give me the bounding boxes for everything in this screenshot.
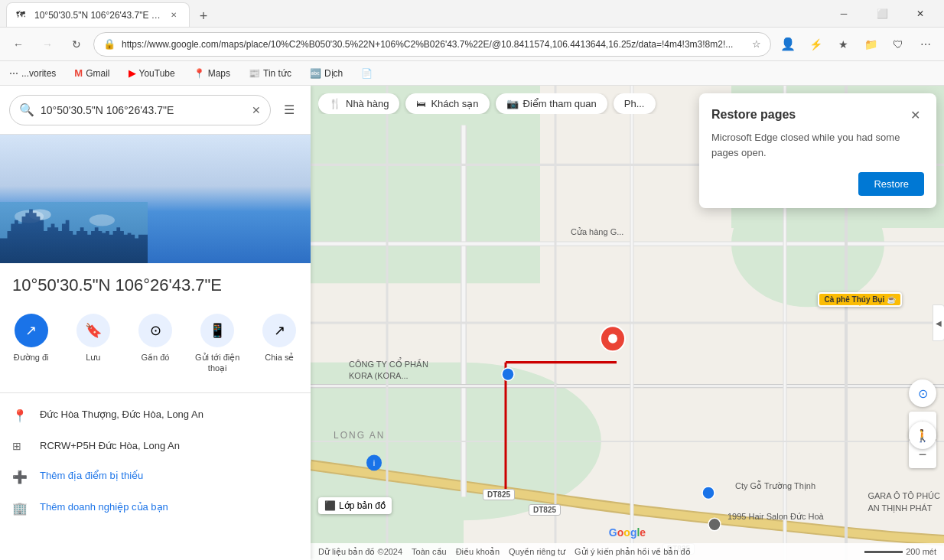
restore-button[interactable]: Restore	[858, 172, 924, 196]
save-label: Lưu	[86, 352, 100, 363]
add-business-text: Thêm doanh nghiệp của bạn	[40, 500, 168, 515]
collections-icon[interactable]: 📁	[858, 32, 883, 57]
filter-hotel-label: Khách sạn	[431, 98, 478, 109]
privacy-link[interactable]: Điều khoản	[456, 547, 500, 557]
add-missing-place-row[interactable]: ➕ Thêm địa điểm bị thiếu	[0, 461, 311, 492]
restore-close-button[interactable]: ✕	[906, 106, 924, 124]
new-tab-button[interactable]: +	[193, 5, 214, 27]
layer-icon: ⬛	[324, 500, 336, 511]
back-button[interactable]: ←	[6, 32, 31, 57]
title-bar: 🗺 10°50'30.5"N 106°26'43.7"E - Go... ✕ +…	[0, 0, 944, 28]
svg-point-33	[502, 368, 514, 381]
minimize-button[interactable]: ─	[826, 2, 861, 26]
reload-button[interactable]: ↻	[64, 32, 89, 57]
gmail-icon: M	[74, 67, 83, 79]
maximize-button[interactable]: ⬜	[864, 2, 900, 26]
profile-icon[interactable]: 👤	[776, 32, 800, 57]
left-panel: 🔍 ✕ ☰	[0, 86, 311, 560]
tab-area: 🗺 10°50'30.5"N 106°26'43.7"E - Go... ✕ +	[6, 0, 817, 27]
favorites-overflow[interactable]: ⋯ ...vorites	[6, 67, 59, 80]
location-pin-icon: 📍	[12, 409, 28, 423]
nearby-button[interactable]: ⊙ Gần đó	[124, 308, 186, 380]
scale-bar: 200 mét	[864, 547, 936, 556]
favorites-icon[interactable]: ★	[831, 32, 855, 57]
location-title: 10°50'30.5"N 106°26'43.7"E	[0, 263, 311, 301]
favorites-doc[interactable]: 📄	[358, 67, 376, 80]
collapse-panel-button[interactable]: ◀	[933, 304, 944, 341]
svg-point-34	[702, 487, 715, 500]
favorites-youtube[interactable]: ▶ YouTube	[125, 66, 178, 80]
directions-icon: ↗	[15, 314, 48, 347]
directions-button[interactable]: ↗ Đường đi	[0, 308, 62, 380]
restaurant-icon: 🍴	[329, 98, 341, 109]
filter-more[interactable]: Ph...	[614, 93, 656, 114]
tab-title: 10°50'30.5"N 106°26'43.7"E - Go...	[34, 10, 161, 21]
filter-attractions[interactable]: 📷 Điểm tham quan	[496, 93, 607, 114]
my-location-button[interactable]: ⊙	[909, 379, 936, 407]
restore-body: Microsoft Edge closed while you had some…	[711, 130, 924, 160]
add-place-icon: ➕	[12, 470, 28, 484]
map-scale: 200 mét	[864, 547, 936, 556]
share-button[interactable]: ↗ Chia sẻ	[249, 308, 311, 380]
favorites-news[interactable]: 📰 Tin tức	[246, 67, 295, 80]
map-preview-image	[0, 135, 311, 263]
info-address2-row[interactable]: ⊞ RCRW+P5H Đức Hòa, Long An	[0, 431, 311, 461]
restore-header: Restore pages ✕	[711, 106, 924, 124]
close-button[interactable]: ✕	[903, 2, 938, 26]
road-badge-dt825-1: DT825	[483, 489, 515, 500]
report-link[interactable]: Quyền riêng tư	[509, 547, 565, 557]
search-icon: 🔍	[19, 103, 34, 117]
scale-label: 200 mét	[906, 547, 936, 556]
info-address1-row[interactable]: 📍 Đức Hòa Thượng, Đức Hòa, Long An	[0, 399, 311, 431]
svg-text:i: i	[373, 458, 375, 467]
favorites-gmail[interactable]: M Gmail	[71, 66, 112, 80]
map-area[interactable]: i 🍴 Nhà hàng	[311, 86, 944, 560]
send-to-phone-button[interactable]: 📱 Gửi tới điện thoại	[187, 308, 249, 380]
settings-icon[interactable]: ⋯	[913, 32, 938, 57]
google-logo: Google	[609, 526, 646, 539]
browser-essentials-icon[interactable]: 🛡	[886, 32, 910, 57]
filter-restaurant[interactable]: 🍴 Nhà hàng	[318, 93, 399, 114]
doc-icon: 📄	[361, 68, 373, 79]
svg-rect-6	[311, 86, 540, 283]
save-button[interactable]: 🔖 Lưu	[62, 308, 124, 380]
send-phone-label: Gửi tới điện thoại	[195, 352, 239, 374]
menu-button[interactable]: ☰	[277, 98, 301, 122]
nearby-label: Gần đó	[142, 352, 170, 363]
svg-point-3	[90, 214, 115, 226]
search-input[interactable]	[41, 104, 246, 116]
search-bar: 🔍 ✕ ☰	[0, 86, 311, 135]
terms-link[interactable]: Toàn cầu	[412, 547, 447, 557]
feedback-link[interactable]: Gửi ý kiến phản hồi về bản đồ	[575, 547, 691, 557]
active-tab[interactable]: 🗺 10°50'30.5"N 106°26'43.7"E - Go... ✕	[6, 2, 190, 27]
filter-hotel[interactable]: 🛏 Khách sạn	[405, 93, 489, 114]
star-icon[interactable]: ☆	[752, 38, 761, 50]
youtube-icon: ▶	[129, 67, 136, 79]
map-attribution: Dữ liệu bản đồ ©2024 Toàn cầu Điều khoản…	[318, 547, 691, 557]
tab-close-button[interactable]: ✕	[168, 9, 180, 21]
layer-button[interactable]: ⬛ Lớp bản đồ	[318, 497, 392, 514]
main-content: 🔍 ✕ ☰	[0, 86, 944, 560]
extensions-icon[interactable]: ⚡	[803, 32, 828, 57]
clear-search-icon[interactable]: ✕	[252, 104, 261, 116]
address-text: https://www.google.com/maps/place/10%C2%…	[122, 39, 746, 50]
add-business-row[interactable]: 🏢 Thêm doanh nghiệp của bạn	[0, 492, 311, 523]
hotel-icon: 🛏	[416, 98, 426, 109]
tab-favicon: 🗺	[16, 9, 28, 21]
search-input-container[interactable]: 🔍 ✕	[9, 95, 271, 125]
forward-button[interactable]: →	[35, 32, 60, 57]
street-view-button[interactable]: 🚶	[909, 422, 936, 449]
restore-pages-popup: Restore pages ✕ Microsoft Edge closed wh…	[699, 93, 936, 208]
attractions-icon: 📷	[506, 98, 519, 109]
share-label: Chia sẻ	[265, 352, 294, 363]
share-icon: ↗	[262, 314, 296, 347]
nearby-icon: ⊙	[138, 314, 172, 347]
scale-line	[864, 551, 903, 553]
send-phone-icon: 📱	[200, 314, 234, 347]
svg-point-35	[708, 518, 721, 531]
filter-restaurant-label: Nhà hàng	[346, 98, 389, 109]
favorites-maps[interactable]: 📍 Maps	[190, 67, 233, 80]
favorites-translate[interactable]: 🔤 Dịch	[307, 67, 346, 80]
filter-attractions-label: Điểm tham quan	[523, 98, 597, 109]
address-bar[interactable]: 🔒 https://www.google.com/maps/place/10%C…	[93, 32, 771, 57]
